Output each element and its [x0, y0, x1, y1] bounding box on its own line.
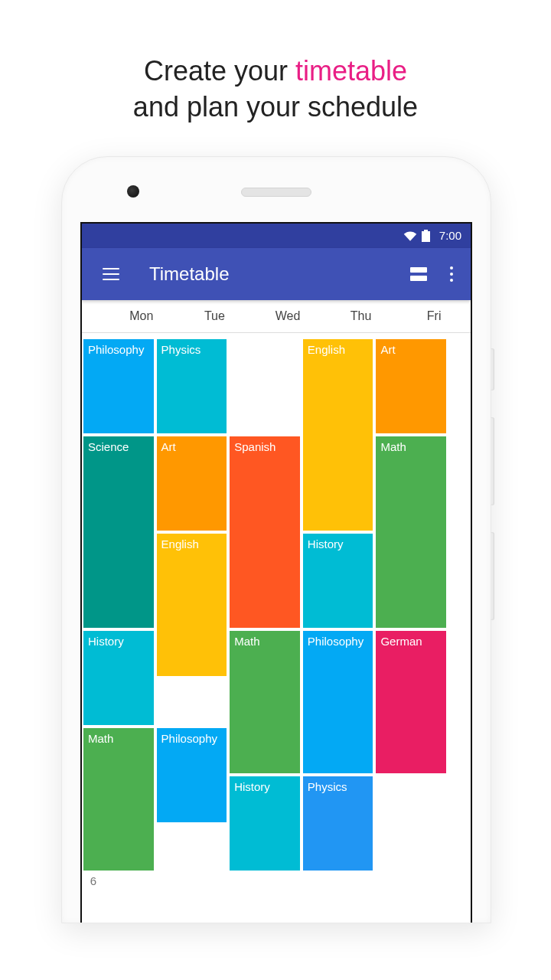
day-header[interactable]: Thu	[324, 309, 398, 323]
status-time: 7:00	[439, 229, 461, 242]
svg-rect-0	[422, 231, 430, 242]
timetable-event[interactable]: Science	[83, 436, 154, 628]
wifi-icon	[403, 230, 417, 241]
timetable-event[interactable]: History	[83, 631, 154, 725]
timetable-event[interactable]: Math	[376, 436, 446, 628]
day-header[interactable]: Wed	[251, 309, 324, 323]
timetable-event[interactable]: German	[376, 631, 446, 774]
menu-button[interactable]	[100, 263, 122, 285]
device-side-button	[491, 417, 494, 505]
day-header[interactable]: Mon	[105, 309, 178, 323]
timetable-event[interactable]: History	[230, 776, 300, 871]
timetable-event[interactable]: English	[303, 339, 373, 531]
timetable-event[interactable]: Philosophy	[83, 339, 154, 433]
timetable-event[interactable]: History	[303, 534, 373, 628]
timetable-event[interactable]: Spanish	[230, 436, 300, 628]
svg-rect-1	[424, 230, 428, 231]
day-header[interactable]: Tue	[178, 309, 252, 323]
device-screen: 7:00 Timetable Mon Tue Wed Thu	[80, 222, 472, 923]
timetable-event[interactable]: English	[157, 534, 227, 677]
promo-post: and plan your schedule	[133, 91, 418, 122]
promo-pre: Create your	[144, 55, 295, 87]
device-speaker	[241, 188, 311, 197]
timetable-event[interactable]: Physics	[303, 776, 373, 871]
timetable-event[interactable]: Physics	[157, 339, 227, 433]
device-frame: 7:00 Timetable Mon Tue Wed Thu	[61, 156, 491, 923]
day-header[interactable]: Fri	[397, 309, 471, 323]
status-bar: 7:00	[82, 224, 471, 248]
device-side-button	[491, 348, 494, 390]
promo-headline: Create your timetable and plan your sche…	[0, 0, 551, 156]
rows-icon	[410, 267, 427, 281]
app-bar: Timetable	[82, 248, 471, 300]
promo-highlight: timetable	[295, 55, 407, 87]
timetable-event[interactable]: Math	[83, 728, 154, 871]
page-title: Timetable	[149, 263, 402, 285]
timetable-event[interactable]: Philosophy	[157, 728, 227, 822]
device-camera	[127, 185, 139, 198]
battery-icon	[422, 230, 430, 242]
timetable-event[interactable]: Philosophy	[303, 631, 373, 774]
timetable-event[interactable]: Art	[157, 436, 227, 531]
day-header-row: Mon Tue Wed Thu Fri	[82, 300, 471, 333]
timetable-event[interactable]: Math	[230, 631, 300, 774]
period-label: 6	[82, 874, 105, 887]
overflow-menu-button[interactable]	[442, 263, 452, 285]
timetable-event[interactable]: Art	[376, 339, 446, 433]
hamburger-icon	[103, 268, 119, 280]
more-vert-icon	[450, 266, 453, 282]
device-side-button	[491, 532, 494, 620]
view-toggle-button[interactable]	[408, 263, 429, 285]
